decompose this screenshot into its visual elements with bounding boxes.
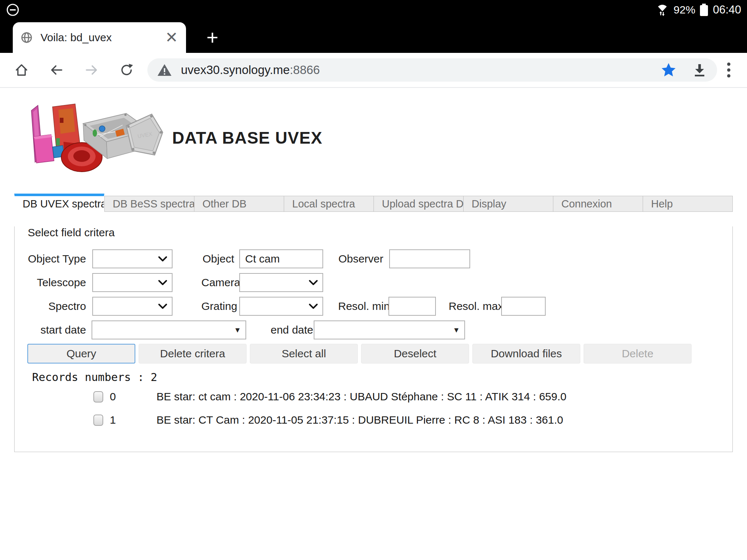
page-title: DATA BASE UVEX: [172, 128, 322, 148]
do-not-disturb-icon: [6, 3, 20, 17]
forward-icon[interactable]: [84, 62, 99, 78]
resol-min-input[interactable]: [388, 297, 436, 316]
observer-input[interactable]: [389, 249, 470, 268]
record-checkbox[interactable]: [93, 391, 103, 402]
wifi-icon: [656, 3, 669, 16]
record-checkbox[interactable]: [93, 415, 103, 426]
object-type-select[interactable]: [92, 249, 173, 268]
android-status-bar: 92% 06:40: [0, 0, 747, 19]
browser-nav-bar: uvex30.synology.me:8866: [0, 53, 747, 88]
record-text: BE star: ct cam : 2020-11-06 23:34:23 : …: [156, 390, 566, 403]
battery-icon: [700, 3, 708, 17]
camera-label: Camera: [201, 276, 234, 289]
start-date-label: start date: [15, 324, 86, 336]
page-tab-bar: DB UVEX spectra DB BeSS spectra Other DB…: [14, 194, 733, 212]
end-date-label: end date: [271, 324, 308, 336]
end-date-select[interactable]: ▼: [314, 320, 465, 339]
browser-menu-icon[interactable]: [727, 61, 731, 79]
observer-label: Observer: [338, 253, 383, 265]
url-bar[interactable]: uvex30.synology.me:8866: [147, 58, 717, 82]
spectro-select[interactable]: [92, 297, 173, 316]
browser-tab[interactable]: Voila: bd_uvex ✕: [13, 22, 186, 53]
url-port: :8866: [290, 63, 320, 77]
not-secure-warning-icon[interactable]: [157, 63, 172, 77]
deselect-button[interactable]: Deselect: [361, 344, 469, 363]
object-input[interactable]: [239, 249, 323, 268]
download-files-button[interactable]: Download files: [472, 344, 580, 363]
resol-min-label: Resol. min: [338, 300, 386, 312]
query-button[interactable]: Query: [27, 344, 135, 363]
telescope-select[interactable]: [92, 273, 173, 292]
object-type-label: Object Type: [15, 253, 86, 265]
tab-help[interactable]: Help: [643, 196, 733, 212]
record-text: BE star: CT Cam : 2020-11-05 21:37:15 : …: [156, 414, 563, 426]
record-row-0: 0 BE star: ct cam : 2020-11-06 23:34:23 …: [15, 387, 732, 406]
home-icon[interactable]: [14, 62, 29, 78]
browser-tab-strip: Voila: bd_uvex ✕ +: [0, 19, 747, 53]
chevron-down-icon: [158, 303, 167, 309]
url-host: uvex30.synology.me: [181, 63, 290, 77]
resol-max-input[interactable]: [501, 297, 546, 316]
form-row-1: Object Type Object Observer: [15, 249, 732, 268]
telescope-label: Telescope: [15, 276, 86, 289]
object-label: Object: [201, 253, 234, 265]
start-date-select[interactable]: ▼: [92, 320, 246, 339]
tab-connexion[interactable]: Connexion: [553, 196, 643, 212]
tab-db-bess-spectra[interactable]: DB BeSS spectra: [104, 196, 194, 212]
battery-percent: 92%: [673, 4, 695, 16]
chevron-down-icon: [309, 280, 318, 285]
tab-other-db[interactable]: Other DB: [194, 196, 284, 212]
record-index: 0: [110, 390, 156, 403]
record-index: 1: [110, 414, 156, 426]
dropdown-triangle-icon: ▼: [234, 326, 241, 334]
clock: 06:40: [713, 3, 741, 16]
resol-max-label: Resol. max: [449, 300, 497, 312]
form-row-3: Spectro Grating Resol. min Resol. max: [15, 297, 732, 316]
chevron-down-icon: [158, 280, 167, 285]
dropdown-triangle-icon: ▼: [453, 326, 460, 334]
record-row-1: 1 BE star: CT Cam : 2020-11-05 21:37:15 …: [15, 411, 732, 429]
delete-button[interactable]: Delete: [584, 344, 692, 363]
action-button-row: Query Delete critera Select all Deselect…: [27, 344, 732, 363]
grating-select[interactable]: [239, 297, 323, 316]
tab-display[interactable]: Display: [464, 196, 553, 212]
criteria-section-label: Select field critera: [28, 226, 732, 239]
tab-upload-spectra-db[interactable]: Upload spectra DB: [374, 196, 464, 212]
spectro-label: Spectro: [15, 300, 86, 312]
chevron-down-icon: [309, 303, 318, 309]
bookmark-star-icon[interactable]: [660, 62, 677, 78]
reload-icon[interactable]: [119, 62, 134, 78]
close-tab-icon[interactable]: ✕: [165, 30, 178, 45]
page-header: UVEX DATA BASE UVEX: [0, 103, 747, 172]
download-icon[interactable]: [692, 62, 708, 78]
delete-criteria-button[interactable]: Delete critera: [139, 344, 247, 363]
tab-title: Voila: bd_uvex: [40, 31, 165, 44]
back-icon[interactable]: [49, 62, 64, 78]
select-all-button[interactable]: Select all: [250, 344, 358, 363]
form-row-4: start date ▼ end date ▼: [15, 320, 732, 339]
camera-select[interactable]: [239, 273, 323, 292]
tab-db-uvex-spectra[interactable]: DB UVEX spectra: [14, 194, 104, 212]
chevron-down-icon: [158, 256, 167, 262]
globe-favicon-icon: [21, 32, 32, 43]
new-tab-button[interactable]: +: [206, 27, 218, 48]
db-uvex-spectra-panel: Select field critera Object Type Object …: [14, 226, 733, 452]
form-row-2: Telescope Camera: [15, 273, 732, 292]
uvex-logo: UVEX: [28, 103, 163, 172]
records-count: Records numbers : 2: [32, 371, 732, 384]
url-text: uvex30.synology.me:8866: [181, 63, 320, 77]
tab-local-spectra[interactable]: Local spectra: [284, 196, 374, 212]
grating-label: Grating: [201, 300, 234, 312]
